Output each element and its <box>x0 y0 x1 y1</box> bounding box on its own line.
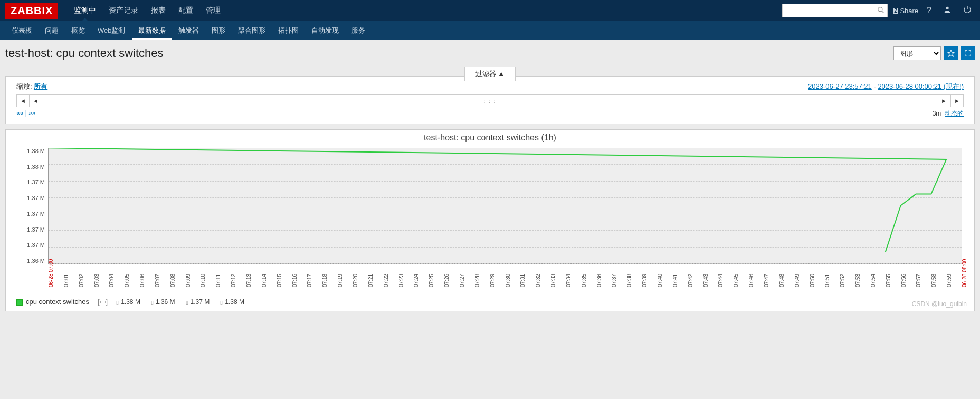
x-tick: 07:54 <box>870 274 876 287</box>
share-button[interactable]: ZShare <box>893 7 918 15</box>
x-tick: 07:20 <box>353 274 358 287</box>
x-tick: 07:52 <box>840 274 845 287</box>
top-nav: 监测中资产记录报表配置管理 <box>68 1 782 21</box>
legend-color-box <box>16 299 23 306</box>
nav-prev-page-button[interactable]: ◄ <box>17 95 30 107</box>
x-tick: 07:05 <box>124 274 130 287</box>
zoom-control: 缩放: 所有 <box>16 82 47 91</box>
x-tick: 07:53 <box>855 274 861 287</box>
subnav-item[interactable]: 最新数据 <box>132 22 172 40</box>
logo[interactable]: ZABBIX <box>5 3 58 19</box>
x-tick: 07:22 <box>383 274 389 287</box>
subnav-item[interactable]: Web监测 <box>91 22 132 40</box>
sub-nav: 仪表板问题概览Web监测最新数据触发器图形聚合图形拓扑图自动发现服务 <box>0 21 980 40</box>
subnav-item[interactable]: 触发器 <box>172 22 205 40</box>
subnav-item[interactable]: 服务 <box>345 22 372 40</box>
x-tick: 07:34 <box>566 274 572 287</box>
x-tick: 07:39 <box>642 274 648 287</box>
dynamic-link[interactable]: 动态的 <box>945 110 964 117</box>
y-tick: 1.37 M <box>11 242 45 248</box>
x-tick: 07:18 <box>322 274 328 287</box>
x-tick: 07:25 <box>429 274 434 287</box>
subnav-item[interactable]: 图形 <box>205 22 232 40</box>
svg-line-1 <box>882 11 884 13</box>
y-tick: 1.38 M <box>11 148 45 154</box>
search-icon[interactable] <box>877 6 884 15</box>
page-header: test-host: cpu context switches 图形 <box>0 40 980 66</box>
x-tick: 06-28 08:00 <box>962 259 967 287</box>
fullscreen-button[interactable] <box>961 46 975 60</box>
topnav-item[interactable]: 配置 <box>172 1 199 21</box>
date-to-link[interactable]: 2023-06-28 00:00:21 (现在!) <box>878 82 964 90</box>
x-tick: 07:17 <box>307 274 312 287</box>
filter-row: 缩放: 所有 2023-06-27 23:57:21 - 2023-06-28 … <box>16 82 964 91</box>
x-tick: 07:35 <box>581 274 587 287</box>
y-tick: 1.38 M <box>11 164 45 170</box>
x-tick: 07:01 <box>63 274 69 287</box>
x-tick: 07:57 <box>916 274 921 287</box>
y-tick: 1.37 M <box>11 179 45 185</box>
nav-prev-button[interactable]: ◄ <box>30 95 42 107</box>
nav-next-button[interactable]: ► <box>938 95 950 107</box>
topnav-item[interactable]: 监测中 <box>68 1 102 21</box>
x-tick: 07:14 <box>261 274 267 287</box>
watermark: CSDN @luo_guibin <box>912 300 967 308</box>
x-tick: 07:26 <box>444 274 450 287</box>
nav-jump-links[interactable]: «« | »» <box>16 109 35 118</box>
x-tick: 07:59 <box>946 274 952 287</box>
legend-stat-value: 1.37 M <box>191 298 210 306</box>
zoom-all-link[interactable]: 所有 <box>34 82 47 90</box>
x-tick: 07:45 <box>733 274 739 287</box>
power-icon[interactable] <box>960 3 975 18</box>
legend-icon: [▭] <box>98 298 108 306</box>
x-tick: 07:30 <box>505 274 511 287</box>
subnav-item[interactable]: 概览 <box>65 22 91 40</box>
x-tick: 07:37 <box>611 274 617 287</box>
y-tick: 1.36 M <box>11 258 45 264</box>
search-input[interactable] <box>782 4 888 17</box>
x-tick: 07:32 <box>535 274 541 287</box>
x-tick: 07:28 <box>474 274 480 287</box>
x-tick: 07:49 <box>794 274 800 287</box>
topnav-item[interactable]: 资产记录 <box>102 1 145 21</box>
subnav-item[interactable]: 自动发现 <box>305 22 345 40</box>
y-tick: 1.37 M <box>11 211 45 217</box>
help-icon[interactable]: ? <box>924 4 935 17</box>
top-bar: ZABBIX 监测中资产记录报表配置管理 ZShare ? <box>0 0 980 21</box>
x-tick: 07:24 <box>413 274 419 287</box>
nav-next-page-button[interactable]: ► <box>950 95 963 107</box>
legend-stat-value: 1.38 M <box>225 298 244 306</box>
x-tick: 07:56 <box>901 274 907 287</box>
x-tick: 07:03 <box>94 274 100 287</box>
legend-stats: ▯1.38 M▯1.36 M▯1.37 M▯1.38 M <box>116 298 255 306</box>
favorite-button[interactable] <box>944 46 958 60</box>
topnav-item[interactable]: 报表 <box>145 1 172 21</box>
svg-point-2 <box>946 7 948 10</box>
x-tick: 07:08 <box>170 274 176 287</box>
x-tick: 07:29 <box>490 274 496 287</box>
date-from-link[interactable]: 2023-06-27 23:57:21 <box>808 82 872 90</box>
time-nav-row: ◄ ◄ : : : ► ► <box>16 94 964 107</box>
x-tick: 07:51 <box>824 274 830 287</box>
subnav-item[interactable]: 拓扑图 <box>272 22 305 40</box>
subnav-item[interactable]: 问题 <box>39 22 65 40</box>
x-tick: 07:12 <box>231 274 236 287</box>
legend: cpu context switches [▭] ▯1.38 M▯1.36 M▯… <box>11 298 969 306</box>
x-tick: 06-28 07:00 <box>48 259 54 287</box>
x-tick: 07:19 <box>337 274 343 287</box>
x-tick: 07:55 <box>886 274 891 287</box>
view-select[interactable]: 图形 <box>893 46 941 60</box>
nav-track[interactable]: : : : <box>42 98 938 104</box>
x-tick: 07:58 <box>931 274 937 287</box>
below-row: «« | »» 3m 动态的 <box>16 109 964 118</box>
x-tick: 07:41 <box>672 274 678 287</box>
topnav-item[interactable]: 管理 <box>199 1 227 21</box>
subnav-item[interactable]: 聚合图形 <box>232 22 272 40</box>
user-icon[interactable] <box>940 3 955 18</box>
x-tick: 07:40 <box>657 274 663 287</box>
subnav-item[interactable]: 仪表板 <box>5 22 39 40</box>
plot-area[interactable] <box>48 148 962 264</box>
filter-tab[interactable]: 过滤器 ▲ <box>464 66 516 81</box>
filter-tab-wrap: 过滤器 ▲ <box>0 66 980 76</box>
svg-marker-3 <box>948 50 954 56</box>
